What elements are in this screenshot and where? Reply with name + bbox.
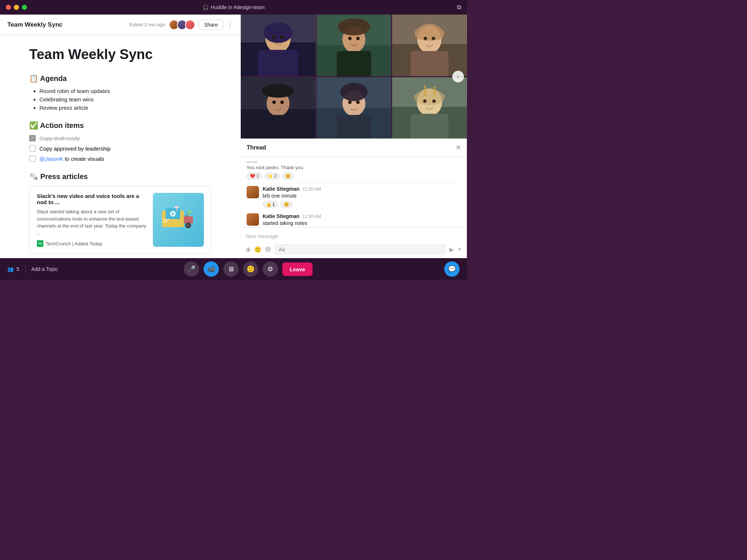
svg-point-40 [280, 100, 284, 104]
action-item-label-2: Copy approved by leadership [39, 145, 111, 152]
svg-point-5 [186, 223, 191, 228]
participant-count: 5 [16, 266, 19, 272]
message-2: Katie Stiegman 11:30 AM started taking n… [247, 213, 461, 227]
svg-rect-45 [337, 115, 371, 139]
mute-button[interactable]: 🎤 [184, 261, 199, 277]
video-cell-5 [317, 77, 391, 139]
message-1-header: Katie Stiegman 11:30 AM [263, 186, 461, 192]
message-1-avatar [247, 186, 259, 198]
article-headline: Slack's new video and voice tools are a … [37, 193, 147, 205]
agenda-list: Round robin of team updates Celebrating … [29, 88, 212, 111]
add-attachment-button[interactable]: ⊕ [246, 246, 251, 253]
reaction-smile-2[interactable]: 😊 [280, 201, 293, 208]
person-video-3 [392, 15, 467, 76]
checkbox-1[interactable]: ✓ [29, 135, 36, 141]
send-button[interactable]: ▶ [449, 246, 454, 253]
settings-button[interactable]: ⚙ [263, 261, 278, 277]
video-button[interactable]: 📹 [204, 261, 219, 277]
add-topic-button[interactable]: Add a Topic [31, 266, 58, 272]
svg-marker-9 [174, 206, 179, 209]
action-item-label-1: Copy draft ready [39, 135, 80, 141]
more-options-button[interactable]: ⋮ [227, 21, 233, 29]
close-thread-button[interactable]: ✕ [456, 144, 461, 152]
reaction-smile-1[interactable]: 😊 [282, 172, 294, 180]
person-video-6 [392, 77, 467, 139]
message-1: Katie Stiegman 11:30 AM brb one minute 👍… [247, 186, 461, 208]
message-2-text: started taking notes [263, 220, 461, 226]
agenda-item-1: Round robin of team updates [39, 88, 212, 94]
person-video-1 [241, 15, 316, 76]
send-options-button[interactable]: ▼ [457, 247, 462, 252]
person-svg-3 [392, 15, 467, 76]
action-item-1[interactable]: ✓ Copy draft ready [29, 135, 212, 141]
emoji-reaction-button[interactable]: 🙂 [243, 261, 258, 277]
person-svg-4 [241, 77, 316, 139]
message-2-avatar [247, 213, 259, 226]
person-video-4 [241, 77, 316, 139]
message-format-input[interactable] [275, 244, 446, 254]
emoji-button[interactable]: 🙂 [254, 246, 262, 253]
mention-button[interactable]: @ [265, 246, 271, 253]
video-cell-6 [392, 77, 467, 139]
checkbox-2[interactable] [29, 145, 36, 152]
split-view-icon[interactable]: ⧉ [457, 4, 461, 10]
checkbox-3[interactable] [29, 155, 36, 162]
traffic-lights [6, 5, 27, 10]
close-traffic-light[interactable] [6, 5, 11, 10]
action-item-2[interactable]: Copy approved by leadership [29, 145, 212, 152]
agenda-heading: 📋 Agenda [29, 74, 212, 83]
svg-point-26 [356, 37, 359, 40]
svg-rect-24 [337, 51, 371, 76]
video-cell-2 [317, 15, 391, 76]
svg-point-44 [340, 82, 368, 101]
prev-msg-text: You rock pedro. Thank you. [247, 165, 304, 170]
next-video-button[interactable]: › [452, 71, 464, 82]
person-video-2 [317, 15, 391, 76]
svg-point-19 [280, 35, 284, 39]
svg-point-39 [272, 100, 276, 104]
prev-msg-divider [247, 162, 258, 163]
canvas-header-right: Edited 2 min ago Share ⋮ [129, 20, 233, 30]
svg-rect-30 [411, 51, 449, 76]
reaction-heart[interactable]: ❤️ 3 [247, 172, 262, 180]
reaction-heart-count: 3 [256, 174, 259, 179]
reaction-thumbs[interactable]: 👍 1 [263, 201, 278, 208]
svg-point-46 [348, 100, 351, 104]
thread-title: Thread [247, 144, 266, 151]
svg-point-18 [272, 35, 276, 39]
share-button[interactable]: Share [199, 20, 223, 30]
chat-toggle-button[interactable]: 💬 [444, 261, 460, 277]
reaction-star[interactable]: ⭐ 2 [264, 172, 280, 180]
article-excerpt: Slack started talking about a new set of… [37, 208, 147, 237]
participants-info: 👥 5 [7, 266, 19, 272]
message-1-text: brb one minute [263, 193, 461, 199]
press-heading: 🗞️ Press articles [29, 172, 212, 181]
svg-point-23 [338, 18, 370, 35]
edited-time: Edited 2 min ago [129, 22, 165, 27]
leave-button[interactable]: Leave [282, 262, 313, 276]
article-card[interactable]: Slack's new video and voice tools are a … [29, 186, 212, 254]
minimize-traffic-light[interactable] [14, 5, 19, 10]
thumbs-emoji: 👍 [266, 202, 271, 207]
article-image [153, 193, 204, 247]
svg-rect-55 [434, 86, 436, 96]
screen-share-button[interactable]: 🖥 [223, 261, 239, 277]
collaborator-avatar-3 [185, 20, 195, 30]
agenda-item-2: Celebrating team wins [39, 96, 212, 102]
smile-2-emoji: 😊 [284, 202, 289, 207]
press-section: 🗞️ Press articles Slack's new video and … [29, 172, 212, 254]
svg-point-52 [423, 99, 426, 102]
svg-rect-54 [424, 85, 426, 96]
article-text: Slack's new video and voice tools are a … [37, 193, 147, 247]
window-title: 🎧 Huddle in #design-team [202, 4, 265, 10]
maximize-traffic-light[interactable] [22, 5, 27, 10]
video-cell-4 [241, 77, 316, 139]
person-svg-6 [392, 77, 467, 139]
message-toolbar: ⊕ 🙂 @ ▶ ▼ [246, 244, 462, 254]
message-2-author: Katie Stiegman [263, 213, 299, 219]
reaction-star-emoji: ⭐ [268, 174, 273, 179]
reaction-heart-emoji: ❤️ [250, 174, 255, 179]
action-items-heading: ✅ Action items [29, 121, 212, 130]
canvas-header: Team Weekly Sync Edited 2 min ago Share … [0, 15, 241, 35]
action-item-3[interactable]: @JasonK to create visuals [29, 155, 212, 162]
